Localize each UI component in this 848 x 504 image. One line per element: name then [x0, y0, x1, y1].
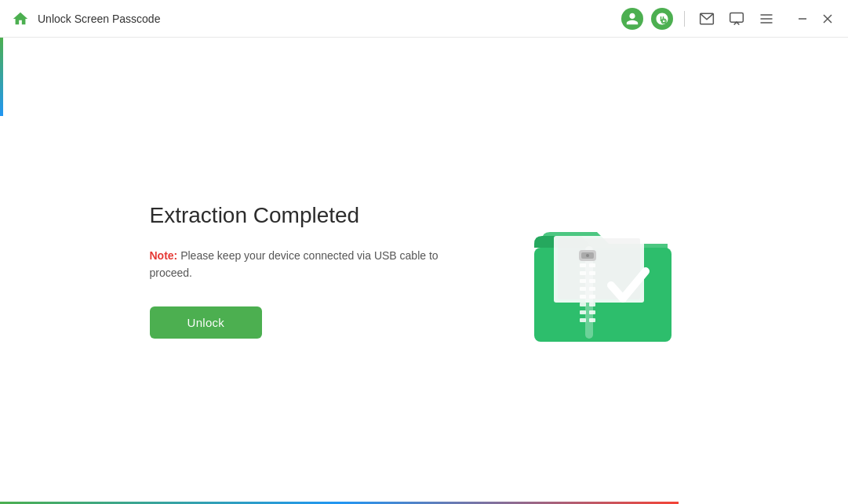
svg-rect-4: [730, 13, 744, 22]
note-body: Please keep your device connected via US…: [150, 249, 439, 279]
svg-rect-31: [580, 318, 586, 322]
folder-illustration: [495, 185, 683, 357]
svg-point-35: [586, 254, 589, 257]
titlebar: Unlock Screen Passcode: [0, 0, 848, 38]
svg-rect-30: [589, 310, 595, 314]
svg-rect-23: [580, 287, 586, 291]
svg-rect-28: [589, 303, 595, 306]
divider: [684, 11, 685, 27]
titlebar-icons: [621, 8, 839, 30]
svg-rect-21: [580, 279, 586, 283]
svg-rect-27: [580, 303, 586, 306]
app-title: Unlock Screen Passcode: [38, 13, 160, 25]
note-paragraph: Note: Please keep your device connected …: [150, 247, 479, 282]
search-profile-icon[interactable]: [651, 8, 673, 30]
home-icon[interactable]: [9, 8, 31, 30]
svg-rect-26: [589, 295, 595, 299]
svg-rect-24: [589, 287, 595, 291]
chat-icon[interactable]: [726, 8, 748, 30]
close-button win-btn-close[interactable]: [817, 8, 839, 30]
menu-icon[interactable]: [755, 8, 777, 30]
svg-rect-22: [589, 279, 595, 283]
minimize-button[interactable]: [792, 8, 813, 30]
window-controls: [792, 8, 839, 30]
svg-rect-19: [580, 271, 586, 275]
content-right: [479, 185, 699, 357]
svg-rect-29: [580, 310, 586, 314]
svg-rect-25: [580, 295, 586, 299]
svg-rect-32: [589, 318, 595, 322]
unlock-button[interactable]: Unlock: [150, 306, 263, 339]
main-content: Extraction Completed Note: Please keep y…: [0, 38, 848, 504]
svg-rect-18: [589, 263, 595, 267]
titlebar-left: Unlock Screen Passcode: [9, 8, 621, 30]
svg-line-2: [666, 23, 668, 24]
svg-rect-17: [580, 263, 586, 267]
extraction-title: Extraction Completed: [150, 203, 479, 228]
note-label: Note:: [150, 249, 178, 262]
left-accent-bar: [0, 38, 3, 116]
content-left: Extraction Completed Note: Please keep y…: [150, 203, 479, 339]
svg-rect-20: [589, 271, 595, 275]
user-account-icon[interactable]: [621, 8, 643, 30]
mail-icon[interactable]: [696, 8, 718, 30]
